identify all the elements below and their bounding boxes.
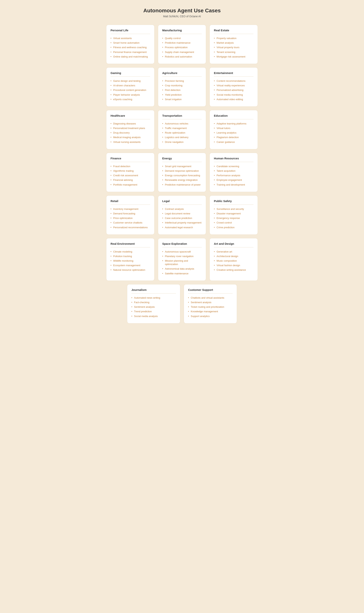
card-3-2: Human ResourcesCandidate screeningTalent…	[209, 153, 258, 192]
list-item: Plagiarism detection	[214, 136, 253, 139]
row-1: GamingGame design and testingAI-driven c…	[106, 67, 258, 107]
card-list-6-1: Chatbots and virtual assistantsSentiment…	[188, 296, 233, 318]
card-list-1-2: Content recommendationsVirtual reality e…	[214, 79, 253, 101]
row-4: RetailInventory managementDemand forecas…	[106, 195, 258, 235]
card-list-4-0: Inventory managementDemand forecastingPr…	[111, 207, 150, 229]
list-item: Automated legal research	[162, 226, 202, 229]
card-title-0-2: Real Estate	[214, 29, 253, 34]
card-list-3-1: Smart grid managementDemand response opt…	[162, 165, 202, 187]
page-title: Autonomous Agent Use Cases	[106, 8, 258, 14]
list-item: Pollution tracking	[111, 255, 150, 258]
list-item: Online dating and matchmaking	[111, 55, 150, 58]
card-title-1-0: Gaming	[111, 71, 150, 77]
list-item: Training and development	[214, 183, 253, 187]
list-item: AI-driven characters	[111, 84, 150, 87]
list-item: Drug discovery	[111, 131, 150, 134]
card-list-5-2: Generative artArchitectural designMusic …	[214, 250, 253, 272]
card-0-0: Personal LifeVirtual assistantsSmart hom…	[106, 25, 155, 64]
list-item: Energy consumption forecasting	[162, 174, 202, 177]
list-item: Mortgage risk assessment	[214, 55, 253, 58]
list-item: Smart irrigation	[162, 98, 202, 101]
list-item: Customer service chatbots	[111, 221, 150, 225]
list-item: Game design and testing	[111, 79, 150, 83]
card-list-0-1: Quality controlPredictive maintenancePro…	[162, 37, 202, 58]
list-item: Automated video editing	[214, 98, 253, 101]
list-item: Price optimization	[111, 216, 150, 220]
list-item: Natural resource optimization	[111, 268, 150, 272]
list-item: Precision farming	[162, 79, 202, 83]
list-item: Smart home automation	[111, 41, 150, 45]
list-item: Virtual nursing assistants	[111, 140, 150, 144]
list-item: Logistics and delivery	[162, 136, 202, 139]
card-list-0-2: Property valuationMarket analysisVirtual…	[214, 37, 253, 58]
list-item: Crop monitoring	[162, 84, 202, 87]
list-item: Music composition	[214, 259, 253, 263]
card-2-2: EducationAdaptive learning platformsVirt…	[209, 110, 258, 149]
card-1-0: GamingGame design and testingAI-driven c…	[106, 67, 155, 107]
card-title-1-2: Entertainment	[214, 71, 253, 77]
card-list-0-0: Virtual assistantsSmart home automationF…	[111, 37, 150, 58]
list-item: Automated news writing	[131, 296, 176, 300]
list-item: Social media monitoring	[214, 93, 253, 97]
list-item: Chatbots and virtual assistants	[188, 296, 233, 300]
list-item: Social media analysis	[131, 315, 176, 318]
list-item: Algorithmic trading	[111, 169, 150, 173]
list-item: Procedural content generation	[111, 88, 150, 92]
card-title-2-2: Education	[214, 114, 253, 119]
list-item: Surveillance and security	[214, 207, 253, 211]
card-list-4-2: Surveillance and securityDisaster manage…	[214, 207, 253, 229]
list-item: Personal finance management	[111, 51, 150, 54]
list-item: Sentiment analysis	[188, 301, 233, 304]
card-0-1: ManufacturingQuality controlPredictive m…	[158, 25, 206, 64]
list-item: Virtual fashion design	[214, 264, 253, 267]
list-item: Tenant screening	[214, 51, 253, 54]
card-4-0: RetailInventory managementDemand forecas…	[106, 195, 155, 235]
list-item: eSports coaching	[111, 98, 150, 101]
list-item: Pest detection	[162, 88, 202, 92]
card-title-6-0: Journalism	[131, 288, 176, 293]
list-item: Quality control	[162, 37, 202, 40]
list-item: Predictive maintenance	[162, 41, 202, 45]
card-title-0-0: Personal Life	[111, 29, 150, 34]
list-item: Drone navigation	[162, 140, 202, 144]
list-item: Virtual tutors	[214, 127, 253, 130]
row-3: FinanceFraud detectionAlgorithmic tradin…	[106, 153, 258, 192]
list-item: Crime prediction	[214, 226, 253, 229]
card-title-4-1: Legal	[162, 200, 202, 205]
list-item: Personalized advertising	[214, 88, 253, 92]
list-item: Satellite maintenance	[162, 272, 202, 275]
card-3-1: EnergySmart grid managementDemand respon…	[158, 153, 206, 192]
card-4-2: Public SafetySurveillance and securityDi…	[209, 195, 258, 235]
row-6: JournalismAutomated news writingFact-che…	[127, 284, 237, 323]
list-item: Virtual property tours	[214, 46, 253, 49]
card-3-0: FinanceFraud detectionAlgorithmic tradin…	[106, 153, 155, 192]
card-6-0: JournalismAutomated news writingFact-che…	[127, 284, 180, 323]
list-item: Diagnosing diseases	[111, 122, 150, 125]
list-item: Inventory management	[111, 207, 150, 211]
card-title-3-2: Human Resources	[214, 157, 253, 162]
list-item: Renewable energy integration	[162, 178, 202, 182]
row-2: HealthcareDiagnosing diseasesPersonalize…	[106, 110, 258, 149]
card-title-4-2: Public Safety	[214, 200, 253, 205]
card-2-0: HealthcareDiagnosing diseasesPersonalize…	[106, 110, 155, 149]
list-item: Credit risk assessment	[111, 174, 150, 177]
list-item: Predictive maintenance of power	[162, 183, 202, 187]
card-list-2-0: Diagnosing diseasesPersonalized treatmen…	[111, 122, 150, 144]
list-item: Contract analysis	[162, 207, 202, 211]
list-item: Climate modeling	[111, 250, 150, 253]
card-list-1-0: Game design and testingAI-driven charact…	[111, 79, 150, 101]
list-item: Knowledge management	[188, 310, 233, 313]
list-item: Candidate screening	[214, 165, 253, 168]
list-item: Talent acquisition	[214, 169, 253, 173]
list-item: Crowd control	[214, 221, 253, 225]
card-5-2: Art and DesignGenerative artArchitectura…	[209, 238, 258, 281]
card-title-2-0: Healthcare	[111, 114, 150, 119]
card-1-1: AgriculturePrecision farmingCrop monitor…	[158, 67, 206, 107]
list-item: Intellectual property management	[162, 221, 202, 225]
card-4-1: LegalContract analysisLegal document rev…	[158, 195, 206, 235]
list-item: Virtual reality experiences	[214, 84, 253, 87]
list-item: Employee engagement	[214, 178, 253, 182]
list-item: Support analytics	[188, 315, 233, 318]
list-item: Supply chain management	[162, 51, 202, 54]
list-item: Career guidance	[214, 140, 253, 144]
